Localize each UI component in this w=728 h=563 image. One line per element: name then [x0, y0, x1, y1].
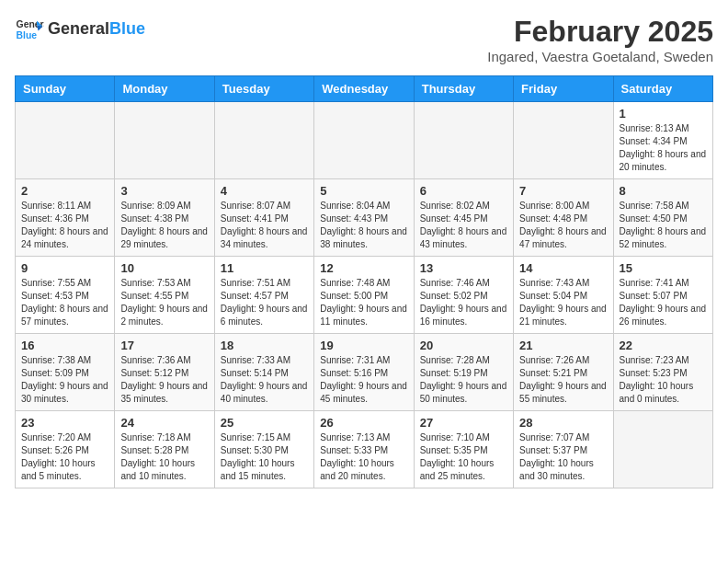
day-info: Sunrise: 7:41 AMSunset: 5:07 PMDaylight:… — [620, 277, 707, 328]
calendar-cell: 27Sunrise: 7:10 AMSunset: 5:35 PMDayligh… — [414, 411, 513, 488]
day-number: 14 — [519, 261, 607, 275]
calendar-cell: 8Sunrise: 7:58 AMSunset: 4:50 PMDaylight… — [613, 179, 712, 257]
day-info: Sunrise: 8:11 AMSunset: 4:36 PMDaylight:… — [21, 200, 108, 251]
day-number: 5 — [320, 184, 407, 198]
calendar-cell: 5Sunrise: 8:04 AMSunset: 4:43 PMDaylight… — [314, 179, 414, 257]
day-number: 11 — [221, 261, 308, 275]
calendar-cell — [16, 102, 115, 179]
day-info: Sunrise: 8:00 AMSunset: 4:48 PMDaylight:… — [519, 200, 607, 251]
day-info: Sunrise: 7:23 AMSunset: 5:23 PMDaylight:… — [620, 354, 707, 406]
calendar-day-header: Sunday — [16, 76, 115, 102]
calendar-cell — [314, 102, 414, 179]
calendar-week-row: 9Sunrise: 7:55 AMSunset: 4:53 PMDaylight… — [16, 257, 713, 334]
day-number: 1 — [620, 107, 707, 121]
day-number: 9 — [21, 261, 108, 275]
calendar-cell: 17Sunrise: 7:36 AMSunset: 5:12 PMDayligh… — [115, 334, 214, 411]
calendar-day-header: Thursday — [414, 76, 513, 102]
day-info: Sunrise: 8:02 AMSunset: 4:45 PMDaylight:… — [420, 200, 507, 251]
day-number: 2 — [21, 184, 108, 198]
day-info: Sunrise: 7:26 AMSunset: 5:21 PMDaylight:… — [519, 354, 607, 406]
day-info: Sunrise: 7:53 AMSunset: 4:55 PMDaylight:… — [120, 277, 208, 328]
calendar-cell: 23Sunrise: 7:20 AMSunset: 5:26 PMDayligh… — [16, 411, 115, 488]
calendar-week-row: 23Sunrise: 7:20 AMSunset: 5:26 PMDayligh… — [16, 411, 713, 488]
calendar-day-header: Wednesday — [314, 76, 414, 102]
calendar-cell: 16Sunrise: 7:38 AMSunset: 5:09 PMDayligh… — [16, 334, 115, 411]
calendar-cell: 13Sunrise: 7:46 AMSunset: 5:02 PMDayligh… — [414, 257, 513, 334]
day-info: Sunrise: 8:07 AMSunset: 4:41 PMDaylight:… — [221, 200, 308, 251]
logo-text: GeneralBlue — [48, 20, 145, 39]
day-number: 19 — [320, 339, 407, 352]
logo-general: General — [48, 19, 109, 38]
calendar-cell: 15Sunrise: 7:41 AMSunset: 5:07 PMDayligh… — [613, 257, 712, 334]
calendar-cell: 14Sunrise: 7:43 AMSunset: 5:04 PMDayligh… — [514, 257, 613, 334]
calendar-cell: 26Sunrise: 7:13 AMSunset: 5:33 PMDayligh… — [314, 411, 414, 488]
day-info: Sunrise: 7:33 AMSunset: 5:14 PMDaylight:… — [221, 354, 308, 406]
day-number: 25 — [221, 416, 308, 430]
calendar-table: SundayMondayTuesdayWednesdayThursdayFrid… — [15, 75, 713, 488]
calendar-cell — [613, 411, 712, 488]
day-number: 17 — [120, 339, 208, 352]
calendar-week-row: 16Sunrise: 7:38 AMSunset: 5:09 PMDayligh… — [16, 334, 713, 411]
calendar-cell: 6Sunrise: 8:02 AMSunset: 4:45 PMDaylight… — [414, 179, 513, 257]
calendar-cell: 12Sunrise: 7:48 AMSunset: 5:00 PMDayligh… — [314, 257, 414, 334]
day-info: Sunrise: 7:46 AMSunset: 5:02 PMDaylight:… — [420, 277, 507, 328]
calendar-cell — [214, 102, 313, 179]
day-number: 21 — [519, 339, 607, 352]
logo-blue: Blue — [109, 19, 145, 38]
title-area: February 2025 Ingared, Vaestra Goetaland… — [487, 15, 713, 64]
day-info: Sunrise: 7:31 AMSunset: 5:16 PMDaylight:… — [320, 354, 407, 406]
day-number: 13 — [420, 261, 507, 275]
day-number: 3 — [120, 184, 208, 198]
calendar-cell: 21Sunrise: 7:26 AMSunset: 5:21 PMDayligh… — [514, 334, 613, 411]
day-number: 20 — [420, 339, 507, 352]
calendar-cell: 10Sunrise: 7:53 AMSunset: 4:55 PMDayligh… — [115, 257, 214, 334]
day-info: Sunrise: 7:43 AMSunset: 5:04 PMDaylight:… — [519, 277, 607, 328]
calendar-day-header: Saturday — [613, 76, 712, 102]
logo-icon: General Blue — [15, 15, 44, 44]
calendar-cell — [514, 102, 613, 179]
calendar-cell: 28Sunrise: 7:07 AMSunset: 5:37 PMDayligh… — [514, 411, 613, 488]
day-info: Sunrise: 7:38 AMSunset: 5:09 PMDaylight:… — [21, 354, 108, 406]
day-number: 8 — [620, 184, 707, 198]
day-info: Sunrise: 7:55 AMSunset: 4:53 PMDaylight:… — [21, 277, 108, 328]
day-info: Sunrise: 8:09 AMSunset: 4:38 PMDaylight:… — [120, 200, 208, 251]
calendar-cell: 18Sunrise: 7:33 AMSunset: 5:14 PMDayligh… — [214, 334, 313, 411]
page-header: General Blue GeneralBlue February 2025 I… — [15, 15, 713, 64]
day-info: Sunrise: 7:10 AMSunset: 5:35 PMDaylight:… — [420, 431, 507, 483]
calendar-cell: 2Sunrise: 8:11 AMSunset: 4:36 PMDaylight… — [16, 179, 115, 257]
day-info: Sunrise: 7:51 AMSunset: 4:57 PMDaylight:… — [221, 277, 308, 328]
day-number: 16 — [21, 339, 108, 352]
main-title: February 2025 — [487, 15, 713, 49]
day-info: Sunrise: 7:20 AMSunset: 5:26 PMDaylight:… — [21, 431, 108, 483]
logo: General Blue GeneralBlue — [15, 15, 145, 44]
day-number: 4 — [221, 184, 308, 198]
calendar-day-header: Tuesday — [214, 76, 313, 102]
day-number: 23 — [21, 416, 108, 430]
day-number: 22 — [620, 339, 707, 352]
calendar-cell: 4Sunrise: 8:07 AMSunset: 4:41 PMDaylight… — [214, 179, 313, 257]
day-number: 7 — [519, 184, 607, 198]
calendar-cell — [414, 102, 513, 179]
calendar-cell: 1Sunrise: 8:13 AMSunset: 4:34 PMDaylight… — [613, 102, 712, 179]
day-number: 24 — [120, 416, 208, 430]
day-info: Sunrise: 7:48 AMSunset: 5:00 PMDaylight:… — [320, 277, 407, 328]
day-info: Sunrise: 7:15 AMSunset: 5:30 PMDaylight:… — [221, 431, 308, 483]
day-number: 18 — [221, 339, 308, 352]
calendar-day-header: Monday — [115, 76, 214, 102]
day-info: Sunrise: 7:18 AMSunset: 5:28 PMDaylight:… — [120, 431, 208, 483]
calendar-day-header: Friday — [514, 76, 613, 102]
day-number: 6 — [420, 184, 507, 198]
day-info: Sunrise: 8:04 AMSunset: 4:43 PMDaylight:… — [320, 200, 407, 251]
calendar-cell: 9Sunrise: 7:55 AMSunset: 4:53 PMDaylight… — [16, 257, 115, 334]
calendar-cell: 22Sunrise: 7:23 AMSunset: 5:23 PMDayligh… — [613, 334, 712, 411]
day-info: Sunrise: 8:13 AMSunset: 4:34 PMDaylight:… — [620, 122, 707, 174]
calendar-week-row: 2Sunrise: 8:11 AMSunset: 4:36 PMDaylight… — [16, 179, 713, 257]
calendar-cell — [115, 102, 214, 179]
day-number: 10 — [120, 261, 208, 275]
day-number: 12 — [320, 261, 407, 275]
calendar-cell: 24Sunrise: 7:18 AMSunset: 5:28 PMDayligh… — [115, 411, 214, 488]
subtitle: Ingared, Vaestra Goetaland, Sweden — [487, 49, 713, 64]
calendar-cell: 11Sunrise: 7:51 AMSunset: 4:57 PMDayligh… — [214, 257, 313, 334]
calendar-header-row: SundayMondayTuesdayWednesdayThursdayFrid… — [16, 76, 713, 102]
svg-text:Blue: Blue — [17, 30, 38, 40]
